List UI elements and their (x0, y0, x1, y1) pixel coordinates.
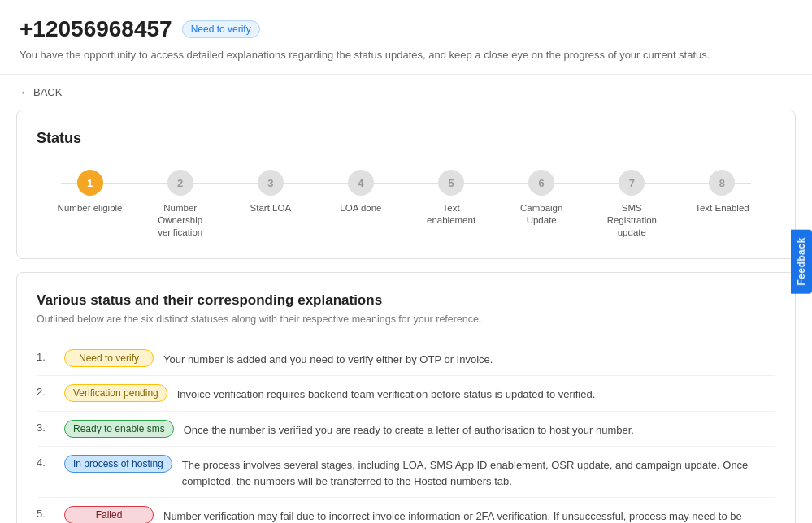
step-8: 8Text Enabled (677, 170, 767, 214)
status-list-item-5: 5.FailedNumber verification may fail due… (37, 498, 775, 523)
explanations-title: Various status and their corresponding e… (37, 292, 775, 309)
item-badge-2: Verification pending (64, 384, 167, 402)
explanations-card: Various status and their corresponding e… (16, 272, 796, 523)
status-list: 1.Need to verifyYour number is added and… (37, 341, 775, 523)
step-circle-6: 6 (528, 170, 554, 196)
step-1: 1Number eligible (45, 170, 135, 214)
step-3: 3Start LOA (225, 170, 315, 214)
step-circle-2: 2 (167, 170, 193, 196)
step-label-5: Text enablement (419, 202, 484, 227)
step-circle-3: 3 (258, 170, 284, 196)
step-circle-4: 4 (348, 170, 374, 196)
step-4: 4LOA done (315, 170, 406, 214)
item-description-5: Number verification may fail due to inco… (163, 506, 775, 523)
item-number-1: 1. (37, 349, 54, 363)
status-card-title: Status (37, 130, 775, 147)
explanations-subtitle: Outlined below are the six distinct stat… (37, 313, 775, 325)
status-list-item-2: 2.Verification pendingInvoice verificati… (37, 376, 775, 412)
back-nav: ← BACK (0, 75, 812, 110)
step-circle-7: 7 (619, 170, 645, 196)
step-label-7: SMS Registration update (599, 202, 664, 239)
step-5: 5Text enablement (406, 170, 497, 227)
item-description-2: Invoice verification requires backend te… (177, 384, 775, 403)
step-circle-8: 8 (709, 170, 735, 196)
item-badge-4: In process of hosting (64, 455, 172, 473)
step-6: 6Campaign Update (497, 170, 587, 227)
item-number-2: 2. (37, 384, 54, 398)
status-list-item-1: 1.Need to verifyYour number is added and… (37, 341, 775, 377)
stepper: 1Number eligible2Number Ownership verifi… (37, 170, 775, 239)
item-badge-3: Ready to enable sms (64, 420, 174, 438)
step-label-4: LOA done (340, 202, 381, 214)
feedback-tab[interactable]: Feedback (791, 229, 812, 293)
header: +12056968457 Need to verify You have the… (0, 0, 812, 75)
page-wrapper: +12056968457 Need to verify You have the… (0, 0, 812, 523)
step-label-3: Start LOA (250, 202, 292, 214)
step-label-1: Number eligible (58, 202, 123, 214)
status-badge: Need to verify (182, 20, 260, 38)
back-arrow-icon: ← (20, 86, 30, 98)
phone-section: +12056968457 Need to verify (20, 16, 792, 42)
step-label-2: Number Ownership verification (148, 202, 213, 239)
step-label-6: Campaign Update (509, 202, 574, 227)
status-list-item-3: 3.Ready to enable smsOnce the number is … (37, 412, 775, 447)
main-content: Status 1Number eligible2Number Ownership… (0, 110, 812, 523)
status-card: Status 1Number eligible2Number Ownership… (16, 110, 796, 259)
item-number-4: 4. (37, 455, 54, 469)
item-description-1: Your number is added and you need to ver… (163, 349, 775, 368)
step-circle-5: 5 (438, 170, 464, 196)
back-button[interactable]: ← BACK (20, 86, 62, 98)
step-7: 7SMS Registration update (587, 170, 677, 239)
status-list-item-4: 4.In process of hostingThe process invol… (37, 447, 775, 498)
back-label: BACK (33, 86, 62, 98)
item-number-3: 3. (37, 420, 54, 434)
item-badge-5: Failed (64, 506, 154, 523)
item-badge-1: Need to verify (64, 349, 154, 367)
step-2: 2Number Ownership verification (135, 170, 225, 239)
item-description-4: The process involves several stages, inc… (182, 455, 775, 489)
item-number-5: 5. (37, 506, 54, 520)
phone-number: +12056968457 (20, 16, 172, 42)
step-circle-1: 1 (77, 170, 103, 196)
header-description: You have the opportunity to access detai… (20, 49, 792, 61)
step-label-8: Text Enabled (695, 202, 749, 214)
item-description-3: Once the number is verified you are read… (184, 420, 775, 439)
